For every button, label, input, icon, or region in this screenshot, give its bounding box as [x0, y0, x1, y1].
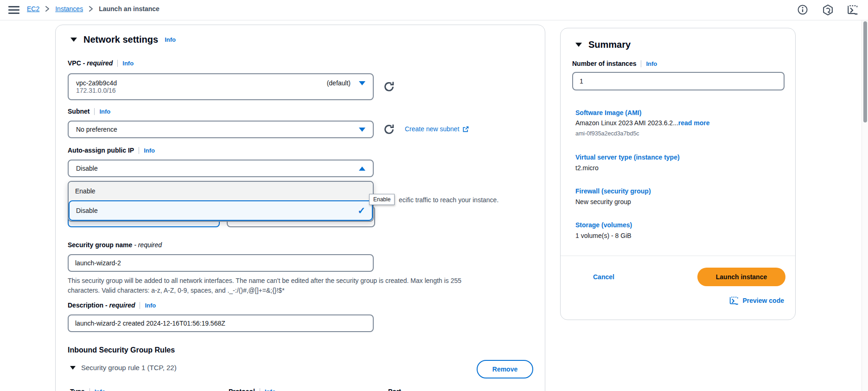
type-info-link[interactable]: Info	[95, 388, 106, 391]
description-label: Description	[68, 301, 103, 309]
create-new-subnet-label: Create new subnet	[405, 125, 460, 133]
preview-code-label: Preview code	[743, 297, 785, 304]
breadcrumb: EC2 Instances Launch an instance	[27, 5, 160, 13]
subnet-select[interactable]: No preference	[68, 121, 374, 138]
vpc-info-link[interactable]: Info	[122, 60, 134, 67]
ami-description: Amazon Linux 2023 AMI 2023.6.2...read mo…	[575, 119, 710, 127]
launch-instance-button[interactable]: Launch instance	[697, 268, 785, 286]
chevron-up-icon	[359, 167, 365, 171]
number-of-instances-info-link[interactable]: Info	[646, 60, 657, 67]
subnet-info-link[interactable]: Info	[99, 108, 110, 115]
vertical-scrollbar[interactable]	[862, 20, 868, 391]
divider	[260, 388, 260, 391]
checkmark-icon: ✓	[357, 205, 365, 216]
auto-assign-ip-info-link[interactable]: Info	[144, 147, 155, 154]
network-settings-title: Network settings	[83, 34, 158, 45]
rule-collapse-caret-icon[interactable]	[70, 366, 76, 370]
software-image-link[interactable]: Software Image (AMI)	[575, 109, 641, 116]
storage-value: 1 volume(s) - 8 GiB	[575, 232, 632, 239]
firewall-description-fragment: ecific traffic to reach your instance.	[399, 196, 498, 204]
subnet-label: Subnet	[68, 108, 89, 115]
security-group-rule-label: Security group rule 1 (TCP, 22)	[81, 364, 177, 372]
number-of-instances-input[interactable]	[572, 72, 785, 90]
auto-assign-ip-label: Auto-assign public IP	[68, 147, 134, 154]
preview-code-button[interactable]: Preview code	[729, 295, 785, 306]
summary-panel: Summary Number of instances Info Softwar…	[560, 28, 796, 320]
collapse-caret-icon[interactable]	[70, 38, 77, 42]
network-settings-panel: Network settings Info VPC - required Inf…	[55, 25, 545, 391]
breadcrumb-ec2-link[interactable]: EC2	[27, 5, 39, 13]
top-navigation-bar: EC2 Instances Launch an instance	[0, 0, 868, 20]
cloudshell-terminal-icon[interactable]	[847, 4, 859, 16]
summary-title: Summary	[588, 39, 631, 50]
breadcrumb-current-page: Launch an instance	[99, 5, 160, 13]
sg-name-help-line2: characters. Valid characters: a-z, A-Z, …	[68, 286, 520, 295]
instance-type-value: t2.micro	[575, 164, 599, 172]
summary-collapse-caret-icon[interactable]	[575, 43, 582, 47]
chevron-right-icon	[45, 6, 50, 12]
divider	[89, 388, 90, 391]
option-disable-label: Disable	[76, 207, 98, 214]
refresh-vpc-icon[interactable]	[383, 81, 395, 93]
hamburger-menu-icon[interactable]	[8, 6, 19, 14]
divider	[140, 302, 140, 309]
port-range-column-label: Port range	[388, 388, 406, 391]
code-terminal-icon	[729, 295, 739, 306]
vpc-select[interactable]: vpc-2a9b9c4d (default) 172.31.0.0/16	[68, 73, 374, 100]
create-new-subnet-link[interactable]: Create new subnet	[405, 125, 469, 133]
description-required-suffix: - required	[105, 301, 135, 309]
external-link-icon	[462, 126, 469, 133]
sg-name-help-line1: This security group will be added to all…	[68, 276, 520, 286]
subnet-select-value: No preference	[76, 126, 117, 133]
auto-assign-ip-dropdown: Enable Disable ✓	[68, 181, 374, 222]
firewall-value: New security group	[575, 198, 631, 205]
auto-assign-ip-select-value: Disable	[76, 165, 98, 172]
divider	[94, 108, 95, 115]
type-column-label: Type	[70, 388, 85, 391]
dropdown-option-disable[interactable]: Disable ✓	[69, 200, 373, 221]
scrollbar-thumb[interactable]	[863, 21, 867, 122]
sg-name-required-suffix: - required	[134, 241, 162, 249]
ami-name: Amazon Linux 2023 AMI 2023.6.2...	[575, 119, 678, 127]
vpc-cidr: 172.31.0.0/16	[76, 87, 116, 94]
amazon-q-icon[interactable]	[822, 4, 834, 16]
virtual-server-type-link[interactable]: Virtual server type (instance type)	[575, 154, 680, 161]
protocol-info-link[interactable]: Info	[265, 388, 276, 391]
divider	[117, 60, 118, 67]
sg-name-input[interactable]	[68, 254, 374, 272]
vpc-required-suffix: - required	[83, 59, 113, 67]
remove-rule-button[interactable]: Remove	[477, 360, 533, 378]
firewall-link[interactable]: Firewall (security group)	[575, 187, 651, 195]
network-settings-info-link[interactable]: Info	[165, 36, 176, 43]
sg-name-label: Security group name	[68, 241, 132, 249]
refresh-subnet-icon[interactable]	[383, 123, 395, 135]
summary-footer-divider	[561, 256, 795, 256]
dropdown-option-enable[interactable]: Enable	[69, 182, 373, 200]
chevron-right-icon	[89, 6, 93, 12]
description-input[interactable]	[68, 314, 374, 332]
divider	[139, 147, 139, 154]
ec2-launch-instance-page: EC2 Instances Launch an instance	[0, 0, 868, 391]
enable-tooltip: Enable	[369, 194, 395, 205]
divider	[641, 60, 641, 67]
auto-assign-ip-select[interactable]: Disable	[68, 160, 374, 177]
cancel-button[interactable]: Cancel	[593, 273, 614, 281]
chevron-down-icon	[359, 128, 365, 132]
chevron-down-icon	[359, 81, 365, 85]
number-of-instances-label: Number of instances	[572, 60, 636, 67]
vpc-label: VPC	[68, 59, 81, 67]
breadcrumb-instances-link[interactable]: Instances	[55, 5, 83, 13]
vpc-default-badge: (default)	[327, 79, 351, 87]
storage-link[interactable]: Storage (volumes)	[575, 221, 632, 229]
protocol-column-label: Protocol	[229, 388, 255, 391]
read-more-link[interactable]: read more	[678, 119, 710, 127]
vpc-select-value: vpc-2a9b9c4d	[76, 79, 117, 87]
description-info-link[interactable]: Info	[145, 302, 156, 309]
inbound-rules-title: Inbound Security Group Rules	[68, 346, 175, 354]
option-enable-label: Enable	[75, 187, 96, 195]
ami-id: ami-0f935a2ecd3a7bd5c	[575, 130, 639, 137]
info-icon[interactable]	[797, 4, 809, 16]
